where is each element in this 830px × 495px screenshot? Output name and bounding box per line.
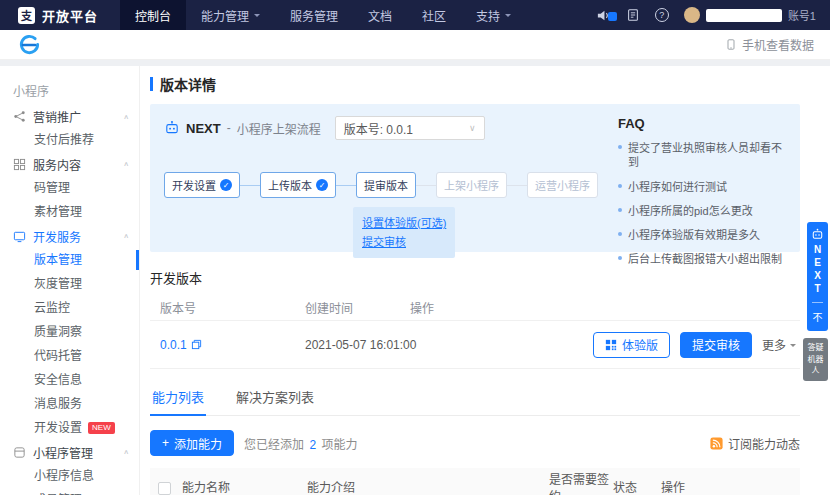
- item-label: 消息服务: [34, 392, 82, 416]
- copy-icon[interactable]: [191, 339, 202, 350]
- sidebar-item-security-info[interactable]: 安全信息: [0, 368, 139, 392]
- next-guide-float-tab[interactable]: NEXT 不: [807, 222, 828, 331]
- chevron-down-icon: [790, 344, 796, 350]
- sidebar-group-service-content[interactable]: 服务内容 ∧: [0, 152, 139, 176]
- nav-item-console[interactable]: 控制台: [120, 0, 186, 30]
- row-actions: 体验版 提交审核 更多: [410, 332, 800, 358]
- nav-label: 支持: [476, 7, 500, 24]
- bullet-dot: [618, 184, 622, 188]
- sidebar-item-cloud-monitor[interactable]: 云监控: [0, 296, 139, 320]
- sidebar-group-marketing[interactable]: 营销推广 ∧: [0, 104, 139, 128]
- group-label: 营销推广: [33, 108, 81, 125]
- panel-subtitle: 小程序上架流程: [237, 120, 321, 137]
- share-icon: [13, 110, 26, 123]
- item-label: 版本管理: [34, 248, 82, 272]
- chevron-down-icon: [505, 14, 511, 20]
- app-window-icon: [13, 446, 26, 459]
- add-capability-button[interactable]: + 添加能力: [150, 430, 234, 456]
- sidebar: 小程序 营销推广 ∧ 支付后推荐 服务内容 ∧ 码管理 素材管理 开发服务 ∧ …: [0, 66, 140, 495]
- step-operate-miniapp[interactable]: 运营小程序: [527, 172, 598, 198]
- col-operation: 操作: [661, 480, 800, 495]
- platform-name: 开放平台: [42, 6, 98, 25]
- sidebar-item-code-hosting[interactable]: 代码托管: [0, 344, 139, 368]
- next-brand: NEXT: [186, 121, 221, 136]
- sidebar-item-gray-release[interactable]: 灰度管理: [0, 272, 139, 296]
- qr-code-icon: [605, 339, 617, 351]
- sidebar-group-miniapp-mgmt[interactable]: 小程序管理 ∧: [0, 440, 139, 464]
- help-robot-float-tab[interactable]: 答疑 机器人: [803, 338, 828, 381]
- step-publish-miniapp[interactable]: 上架小程序: [436, 172, 507, 198]
- sidebar-item-quality-insight[interactable]: 质量洞察: [0, 320, 139, 344]
- nav-label: 能力管理: [201, 7, 249, 24]
- select-all-checkbox[interactable]: [158, 482, 171, 495]
- mobile-preview-button[interactable]: 手机查看数据: [725, 36, 814, 53]
- tab-solution-list[interactable]: 解决方案列表: [234, 385, 316, 415]
- faq-item[interactable]: 提交了营业执照审核人员却看不到: [618, 141, 788, 170]
- account-menu[interactable]: 账号1: [684, 7, 816, 23]
- page-title-text: 版本详情: [160, 74, 216, 94]
- plus-icon: +: [162, 436, 169, 450]
- sidebar-item-message-service[interactable]: 消息服务: [0, 392, 139, 416]
- capability-tabs: 能力列表 解决方案列表: [150, 385, 800, 416]
- platform-logo[interactable]: 支 开放平台: [18, 6, 98, 25]
- trial-version-button[interactable]: 体验版: [593, 332, 670, 358]
- added-capability-text: 您已经添加 2 项能力: [244, 435, 357, 452]
- sidebar-item-material-mgmt[interactable]: 素材管理: [0, 200, 139, 224]
- link-submit-review[interactable]: 提交审核: [362, 233, 446, 252]
- rss-icon: [710, 437, 723, 450]
- step-dev-settings[interactable]: 开发设置 ✓: [164, 172, 240, 198]
- sidebar-item-miniapp-info[interactable]: 小程序信息: [0, 464, 139, 488]
- version-number: 0.0.1: [160, 338, 187, 352]
- sidebar-item-member-mgmt[interactable]: 成员管理: [0, 488, 139, 495]
- nav-item-docs[interactable]: 文档: [353, 0, 407, 30]
- panel-dash: -: [227, 121, 231, 135]
- sidebar-item-code-mgmt[interactable]: 码管理: [0, 176, 139, 200]
- sidebar-item-dev-settings[interactable]: 开发设置NEW: [0, 416, 139, 440]
- document-icon[interactable]: [626, 8, 640, 22]
- flow-steps: 开发设置 ✓ 上传版本 ✓ 提审版本 设置体验版(可选) 提交审核: [164, 172, 598, 198]
- capability-toolbar: + 添加能力 您已经添加 2 项能力 订阅能力动态: [150, 430, 800, 456]
- version-select[interactable]: 版本号: 0.0.1 ∨: [335, 116, 485, 140]
- sidebar-group-dev-service[interactable]: 开发服务 ∧: [0, 224, 139, 248]
- dev-version-section: 开发版本 版本号 创建时间 操作 0.0.1 2021-05-07 16:01:…: [150, 268, 800, 369]
- faq-item[interactable]: 小程序体验版有效期是多久: [618, 228, 788, 242]
- tab-capability-list[interactable]: 能力列表: [150, 385, 206, 416]
- flow-connector: [240, 185, 260, 186]
- subscribe-capability-link[interactable]: 订阅能力动态: [710, 435, 800, 452]
- alipay-logo-icon: 支: [18, 7, 35, 24]
- faq-text: 后台上传截图报错大小超出限制: [628, 252, 782, 266]
- step-upload-version[interactable]: 上传版本 ✓: [260, 172, 336, 198]
- link-set-trial-version[interactable]: 设置体验版(可选): [362, 214, 446, 233]
- version-link[interactable]: 0.0.1: [160, 338, 305, 352]
- capability-section: 能力列表 解决方案列表 + 添加能力 您已经添加 2 项能力 订阅能力动态: [150, 385, 800, 495]
- faq-item[interactable]: 后台上传截图报错大小超出限制: [618, 252, 788, 266]
- more-dropdown[interactable]: 更多: [762, 336, 796, 353]
- nav-item-support[interactable]: 支持: [461, 0, 526, 30]
- help-icon[interactable]: ?: [655, 8, 669, 22]
- nav-item-capability[interactable]: 能力管理: [186, 0, 275, 30]
- faq-item[interactable]: 小程序所属的pid怎么更改: [618, 204, 788, 218]
- mobile-preview-label: 手机查看数据: [742, 36, 814, 53]
- sidebar-item-version-mgmt[interactable]: 版本管理: [0, 248, 139, 272]
- step-label: 运营小程序: [535, 177, 590, 193]
- faq-title: FAQ: [618, 116, 788, 131]
- add-capability-label: 添加能力: [174, 435, 222, 452]
- nav-item-service[interactable]: 服务管理: [275, 0, 353, 30]
- submit-review-button[interactable]: 提交审核: [680, 332, 752, 358]
- capability-table-header: 能力名称 能力介绍 是否需要签约 状态 操作: [150, 468, 800, 495]
- nav-item-community[interactable]: 社区: [407, 0, 461, 30]
- sidebar-item-pay-recommend[interactable]: 支付后推荐: [0, 128, 139, 152]
- account-name-redacted: [706, 9, 782, 22]
- more-label: 更多: [762, 336, 786, 353]
- submit-label: 提交审核: [692, 336, 740, 353]
- flow-connector: [336, 185, 356, 186]
- faq-text: 小程序如何进行测试: [628, 180, 727, 194]
- group-label: 开发服务: [33, 228, 81, 245]
- faq-item[interactable]: 小程序如何进行测试: [618, 180, 788, 194]
- help-float-line2: 机器人: [804, 354, 827, 377]
- created-time: 2021-05-07 16:01:00: [305, 338, 410, 352]
- step-submit-review[interactable]: 提审版本 设置体验版(可选) 提交审核: [356, 172, 416, 198]
- added-count: 2: [307, 438, 318, 452]
- group-label: 服务内容: [33, 156, 81, 173]
- announcement-icon[interactable]: [596, 8, 611, 23]
